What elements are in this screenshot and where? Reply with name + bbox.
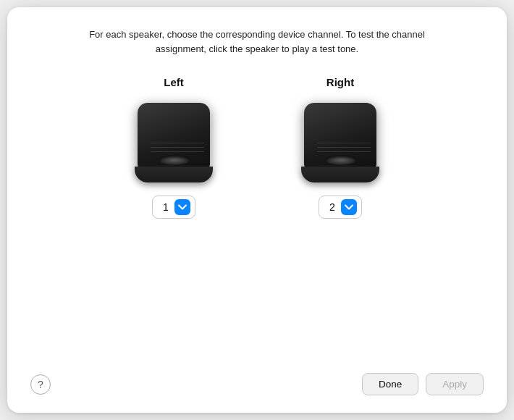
- done-button[interactable]: Done: [362, 373, 418, 395]
- action-buttons: Done Apply: [362, 373, 484, 395]
- description-text: For each speaker, choose the correspondi…: [69, 28, 445, 56]
- help-button[interactable]: ?: [30, 374, 51, 395]
- footer: ? Done Apply: [30, 364, 484, 395]
- left-speaker-icon[interactable]: [134, 103, 214, 182]
- apply-button[interactable]: Apply: [426, 373, 484, 395]
- speaker-channel-dialog: For each speaker, choose the correspondi…: [7, 7, 507, 413]
- grill-line: [151, 151, 204, 152]
- grill-line: [151, 147, 204, 148]
- right-speaker-label: Right: [326, 76, 354, 88]
- left-speaker-woofer: [159, 155, 190, 165]
- speakers-row: Left 1: [134, 76, 380, 364]
- left-channel-chevron-button[interactable]: [174, 199, 190, 215]
- right-speaker-base: [301, 167, 379, 182]
- grill-line: [317, 143, 371, 143]
- left-speaker-col: Left 1: [134, 76, 214, 219]
- grill-line: [317, 147, 371, 148]
- right-speaker-col: Right 2: [300, 76, 380, 219]
- help-icon: ?: [38, 379, 43, 390]
- right-speaker-icon[interactable]: [300, 103, 380, 182]
- left-speaker-base: [135, 167, 213, 182]
- right-channel-select[interactable]: 2: [319, 196, 362, 219]
- grill-line: [317, 151, 371, 152]
- grill-line: [151, 143, 204, 143]
- left-channel-value: 1: [161, 201, 170, 213]
- right-channel-value: 2: [328, 201, 337, 213]
- right-speaker-woofer: [325, 155, 357, 165]
- left-channel-select[interactable]: 1: [152, 196, 195, 219]
- left-speaker-label: Left: [164, 76, 184, 88]
- right-channel-chevron-button[interactable]: [341, 199, 357, 215]
